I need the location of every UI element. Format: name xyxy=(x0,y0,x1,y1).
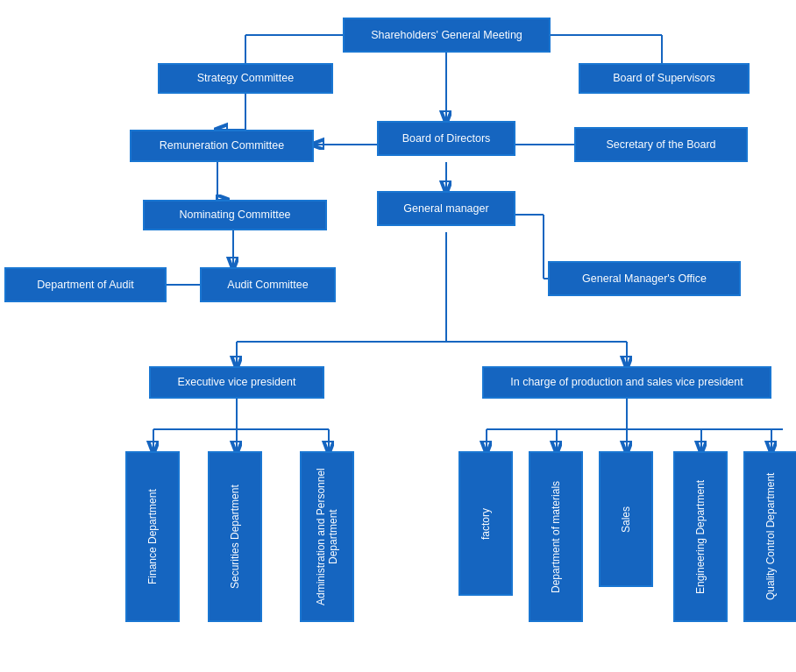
production-vp-node: In charge of production and sales vice p… xyxy=(482,366,771,399)
engineering-node: Engineering Department xyxy=(673,451,728,622)
materials-node: Department of materials xyxy=(529,451,583,622)
org-chart: Shareholders' General Meeting Strategy C… xyxy=(0,0,796,672)
audit-committee-node: Audit Committee xyxy=(200,267,336,302)
nominating-node: Nominating Committee xyxy=(143,200,327,230)
shareholders-node: Shareholders' General Meeting xyxy=(343,18,551,53)
strategy-node: Strategy Committee xyxy=(158,63,333,94)
quality-node: Quality Control Department xyxy=(743,451,796,622)
general-manager-node: General manager xyxy=(377,191,515,226)
factory-node: factory xyxy=(458,451,513,596)
sales-node: Sales xyxy=(599,451,653,587)
gm-office-node: General Manager's Office xyxy=(548,261,741,296)
securities-node: Securities Department xyxy=(208,451,262,622)
secretary-node: Secretary of the Board xyxy=(574,127,748,162)
board-supervisors-node: Board of Supervisors xyxy=(579,63,750,94)
finance-node: Finance Department xyxy=(125,451,180,622)
dept-audit-node: Department of Audit xyxy=(4,267,167,302)
board-directors-node: Board of Directors xyxy=(377,121,515,156)
admin-node: Administration and Personnel Department xyxy=(300,451,354,622)
exec-vp-node: Executive vice president xyxy=(149,366,324,399)
remuneration-node: Remuneration Committee xyxy=(130,130,314,162)
